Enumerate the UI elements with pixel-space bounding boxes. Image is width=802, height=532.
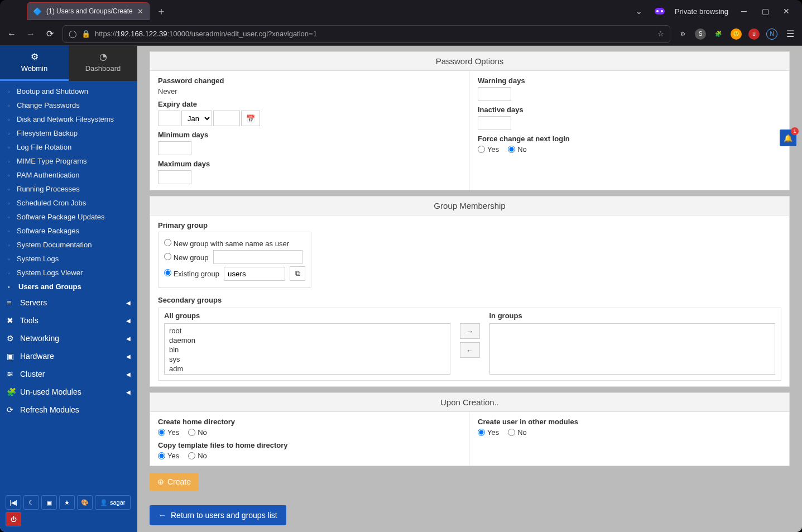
- sidebar-item[interactable]: PAM Authentication: [0, 168, 137, 182]
- category-icon: ⚙: [7, 334, 16, 343]
- list-item[interactable]: bin: [169, 345, 445, 354]
- existing-group-input[interactable]: [224, 267, 285, 281]
- chevron-left-icon: ◀: [126, 371, 131, 377]
- extension-icon[interactable]: N: [766, 28, 777, 40]
- copy-tpl-no-radio[interactable]: No: [188, 452, 207, 460]
- category-icon: ≋: [7, 370, 16, 378]
- move-left-button[interactable]: ←: [460, 342, 480, 358]
- sidebar-item[interactable]: Filesystem Backup: [0, 126, 137, 140]
- all-groups-list[interactable]: rootdaemonbinsysadm: [164, 323, 450, 375]
- window-close-button[interactable]: ✕: [781, 7, 792, 16]
- sidebar-item[interactable]: Log File Rotation: [0, 140, 137, 154]
- pw-changed-label: Password changed: [158, 76, 462, 85]
- pg-newsame-radio[interactable]: New group with same name as user: [164, 239, 289, 248]
- sidebar-item[interactable]: System Logs: [0, 252, 137, 266]
- ublock-icon[interactable]: u: [748, 28, 760, 40]
- sidebar-item[interactable]: Software Packages: [0, 224, 137, 238]
- create-other-yes-radio[interactable]: Yes: [478, 428, 499, 437]
- warn-days-input[interactable]: [478, 87, 511, 101]
- create-home-no-radio[interactable]: No: [188, 428, 207, 437]
- tabs-dropdown-icon[interactable]: ⌄: [633, 7, 645, 16]
- logout-button[interactable]: ⏻: [6, 512, 21, 526]
- sidebar-category[interactable]: ▣Hardware◀: [0, 347, 137, 365]
- bell-icon: 🔔: [784, 134, 793, 142]
- sidebar-category[interactable]: ≡Servers◀: [0, 294, 137, 311]
- page: ⚙ Webmin ◔ Dashboard Bootup and Shutdown…: [0, 46, 802, 532]
- bookmark-star-icon[interactable]: ☆: [657, 30, 664, 38]
- extension-icon[interactable]: ⚙: [677, 28, 688, 40]
- window-maximize-button[interactable]: ▢: [760, 7, 771, 16]
- window-minimize-button[interactable]: ─: [738, 7, 750, 16]
- sidebar-category[interactable]: ✖Tools◀: [0, 311, 137, 329]
- category-icon: ▣: [7, 352, 16, 361]
- expiry-day-input[interactable]: [158, 111, 180, 126]
- force-yes-radio[interactable]: Yes: [478, 145, 499, 154]
- max-days-label: Maximum days: [158, 160, 462, 168]
- list-item[interactable]: adm: [169, 364, 445, 373]
- collapse-sidebar-button[interactable]: |◀|: [6, 495, 21, 510]
- sidebar-category[interactable]: 🧩Un-used Modules◀: [0, 383, 137, 401]
- sidebar-item[interactable]: Scheduled Cron Jobs: [0, 196, 137, 210]
- sidebar-item[interactable]: Change Passwords: [0, 98, 137, 112]
- new-tab-button[interactable]: ＋: [156, 4, 166, 18]
- in-groups-list[interactable]: [489, 323, 776, 375]
- move-right-button[interactable]: →: [460, 323, 480, 339]
- profile-icon[interactable]: 🙂: [731, 28, 742, 40]
- min-days-input[interactable]: [158, 141, 191, 155]
- reload-button[interactable]: ⟳: [44, 28, 56, 39]
- sidebar-item[interactable]: Software Package Updates: [0, 210, 137, 224]
- sidebar-item[interactable]: Running Processes: [0, 182, 137, 196]
- max-days-input[interactable]: [158, 170, 191, 184]
- inactive-days-input[interactable]: [478, 116, 511, 130]
- create-other-no-radio[interactable]: No: [508, 428, 527, 437]
- pg-newgroup-radio[interactable]: New group: [164, 253, 209, 262]
- force-no-radio[interactable]: No: [508, 145, 527, 154]
- copy-tpl-yes-radio[interactable]: Yes: [158, 452, 179, 460]
- calendar-picker-button[interactable]: 📅: [241, 111, 260, 126]
- sidebar-item[interactable]: Disk and Network Filesystems: [0, 112, 137, 126]
- copy-icon: ⧉: [295, 269, 300, 278]
- sidebar-category[interactable]: ⚙Networking◀: [0, 329, 137, 347]
- upon-creation-panel: Upon Creation.. Create home directory Ye…: [150, 392, 790, 466]
- theme-button[interactable]: 🎨: [77, 495, 93, 510]
- close-tab-icon[interactable]: ✕: [137, 7, 143, 16]
- primary-group-label: Primary group: [158, 221, 781, 229]
- notification-bell[interactable]: 🔔 1: [780, 130, 796, 146]
- night-mode-button[interactable]: ☾: [23, 495, 39, 510]
- create-button[interactable]: ⊕ Create: [150, 473, 199, 491]
- create-home-label: Create home directory: [158, 418, 462, 426]
- favorites-button[interactable]: ★: [59, 495, 75, 510]
- sidebar-item[interactable]: Users and Groups: [0, 280, 137, 294]
- expiry-year-input[interactable]: [213, 111, 240, 126]
- list-item[interactable]: daemon: [169, 336, 445, 345]
- sidebar-item[interactable]: MIME Type Programs: [0, 154, 137, 168]
- sidebar-item[interactable]: System Logs Viewer: [0, 266, 137, 280]
- expiry-month-select[interactable]: Jan: [181, 111, 212, 126]
- refresh-modules[interactable]: ⟳Refresh Modules: [0, 401, 137, 419]
- tab-webmin[interactable]: ⚙ Webmin: [0, 46, 69, 81]
- back-button[interactable]: ←: [6, 29, 18, 39]
- sidebar-item[interactable]: Bootup and Shutdown: [0, 84, 137, 98]
- user-button[interactable]: 👤 sagar: [95, 495, 131, 510]
- terminal-button[interactable]: ▣: [41, 495, 57, 510]
- tab-dashboard[interactable]: ◔ Dashboard: [69, 46, 137, 81]
- sidebar-category[interactable]: ≋Cluster◀: [0, 365, 137, 383]
- extension-icons: ⚙ S 🧩 🙂 u N ☰: [677, 28, 796, 40]
- create-home-yes-radio[interactable]: Yes: [158, 428, 179, 437]
- new-group-input[interactable]: [213, 250, 302, 264]
- forward-button[interactable]: →: [25, 29, 37, 39]
- category-icon: 🧩: [7, 387, 16, 396]
- sidebar-item[interactable]: System Documentation: [0, 238, 137, 252]
- list-item[interactable]: root: [169, 326, 445, 336]
- browser-chrome: 🔷 (1) Users and Groups/Create ✕ ＋ ⌄ Priv…: [0, 0, 802, 46]
- extension-icon[interactable]: S: [695, 28, 706, 40]
- list-item[interactable]: sys: [169, 354, 445, 364]
- browser-tab[interactable]: 🔷 (1) Users and Groups/Create ✕: [27, 2, 150, 20]
- app-menu-icon[interactable]: ☰: [784, 28, 796, 39]
- return-button[interactable]: ← Return to users and groups list: [150, 505, 286, 525]
- url-field[interactable]: ◯ 🔒 https://192.168.122.39:10000/useradm…: [63, 25, 670, 43]
- pg-existing-radio[interactable]: Existing group: [164, 269, 219, 278]
- group-picker-button[interactable]: ⧉: [290, 266, 305, 281]
- extensions-puzzle-icon[interactable]: 🧩: [713, 28, 724, 40]
- refresh-icon: ⟳: [7, 405, 16, 414]
